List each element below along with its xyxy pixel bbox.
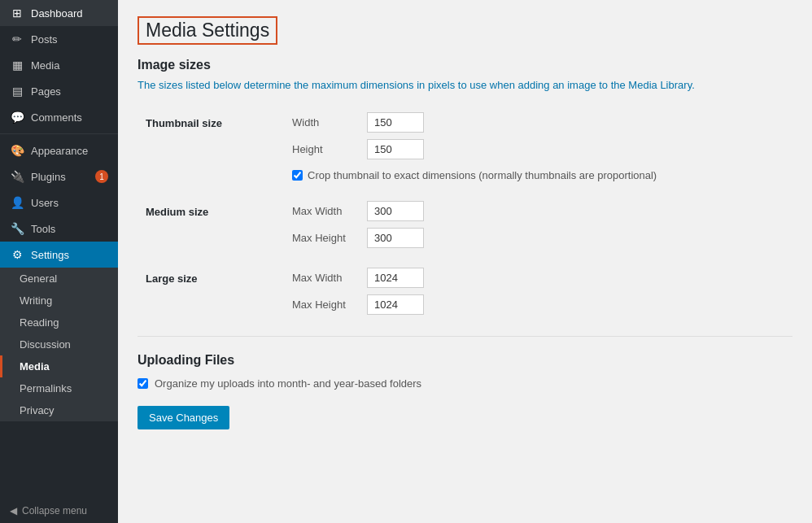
sidebar-divider-1: [0, 133, 118, 134]
posts-icon: ✏: [10, 33, 24, 46]
main-content: Media Settings Image sizes The sizes lis…: [118, 0, 812, 523]
medium-width-row: Max Width: [292, 201, 784, 221]
sidebar-item-dashboard[interactable]: ⊞ Dashboard: [0, 0, 118, 26]
settings-icon: ⚙: [10, 248, 24, 261]
large-width-label: Max Width: [292, 272, 357, 284]
large-row: Large size Max Width Max Height: [138, 263, 792, 320]
thumbnail-height-input[interactable]: [367, 139, 424, 159]
pages-icon: ▤: [10, 85, 24, 98]
thumbnail-width-row: Width: [292, 112, 784, 133]
image-sizes-section: Image sizes The sizes listed below deter…: [138, 58, 792, 320]
sidebar-item-appearance[interactable]: 🎨 Appearance: [0, 137, 118, 163]
collapse-icon: ◀: [10, 505, 17, 516]
sidebar-item-pages[interactable]: ▤ Pages: [0, 78, 118, 104]
thumbnail-height-label: Height: [292, 143, 357, 155]
large-width-row: Max Width: [292, 268, 784, 288]
settings-submenu: General Writing Reading Discussion Media…: [0, 268, 118, 421]
appearance-icon: 🎨: [10, 144, 24, 157]
medium-label: Medium size: [138, 196, 284, 253]
large-height-row: Max Height: [292, 294, 784, 315]
submenu-media[interactable]: Media: [0, 355, 118, 377]
thumbnail-width-input[interactable]: [367, 112, 424, 133]
uploading-files-section: Uploading Files Organize my uploads into…: [138, 353, 792, 390]
plugins-badge: 1: [95, 170, 108, 183]
large-fields: Max Width Max Height: [292, 268, 784, 315]
media-icon: ▦: [10, 59, 24, 72]
submenu-general[interactable]: General: [0, 268, 118, 290]
dashboard-icon: ⊞: [10, 7, 24, 20]
organize-checkbox[interactable]: [138, 378, 148, 389]
medium-fields: Max Width Max Height: [292, 201, 784, 248]
medium-width-label: Max Width: [292, 205, 357, 217]
submenu-discussion[interactable]: Discussion: [0, 333, 118, 355]
sidebar: ⊞ Dashboard ✏ Posts ▦ Media ▤ Pages 💬 Co…: [0, 0, 118, 523]
uploading-title: Uploading Files: [138, 353, 792, 368]
settings-table: Thumbnail size Width Height: [138, 107, 792, 320]
medium-width-input[interactable]: [367, 201, 424, 221]
submenu-reading[interactable]: Reading: [0, 312, 118, 333]
sidebar-item-comments[interactable]: 💬 Comments: [0, 104, 118, 130]
thumbnail-label: Thumbnail size: [138, 107, 284, 186]
submenu-permalinks[interactable]: Permalinks: [0, 377, 118, 399]
thumbnail-row: Thumbnail size Width Height: [138, 107, 792, 186]
section-divider: [138, 336, 792, 337]
medium-row: Medium size Max Width Max Height: [138, 196, 792, 253]
collapse-menu-button[interactable]: ◀ Collapse menu: [0, 499, 118, 523]
thumbnail-fields: Width Height Crop thumbnail to exact dim…: [292, 112, 784, 181]
thumbnail-width-label: Width: [292, 116, 357, 129]
sidebar-item-media[interactable]: ▦ Media: [0, 52, 118, 78]
crop-label-text: Crop thumbnail to exact dimensions (norm…: [308, 169, 657, 181]
medium-height-row: Max Height: [292, 228, 784, 248]
image-sizes-description: The sizes listed below determine the max…: [138, 79, 792, 91]
tools-icon: 🔧: [10, 222, 24, 235]
submenu-privacy[interactable]: Privacy: [0, 399, 118, 421]
users-icon: 👤: [10, 196, 24, 209]
save-button[interactable]: Save Changes: [138, 406, 229, 429]
crop-option: Crop thumbnail to exact dimensions (norm…: [292, 169, 784, 181]
plugins-icon: 🔌: [10, 170, 24, 183]
sidebar-item-settings[interactable]: ⚙ Settings: [0, 242, 118, 268]
sidebar-item-tools[interactable]: 🔧 Tools: [0, 216, 118, 242]
thumbnail-height-row: Height: [292, 139, 784, 159]
large-height-input[interactable]: [367, 294, 424, 315]
comments-icon: 💬: [10, 111, 24, 124]
submenu-writing[interactable]: Writing: [0, 290, 118, 312]
organize-label: Organize my uploads into month- and year…: [155, 377, 421, 390]
sidebar-item-plugins[interactable]: 🔌 Plugins 1: [0, 163, 118, 190]
sidebar-item-posts[interactable]: ✏ Posts: [0, 26, 118, 52]
large-height-label: Max Height: [292, 299, 357, 311]
sidebar-item-users[interactable]: 👤 Users: [0, 190, 118, 216]
image-sizes-title: Image sizes: [138, 58, 792, 72]
page-title: Media Settings: [138, 16, 277, 45]
organize-uploads-option: Organize my uploads into month- and year…: [138, 377, 792, 390]
medium-height-input[interactable]: [367, 228, 424, 248]
large-width-input[interactable]: [367, 268, 424, 288]
crop-checkbox[interactable]: [292, 170, 303, 181]
large-label: Large size: [138, 263, 284, 320]
medium-height-label: Max Height: [292, 232, 357, 244]
